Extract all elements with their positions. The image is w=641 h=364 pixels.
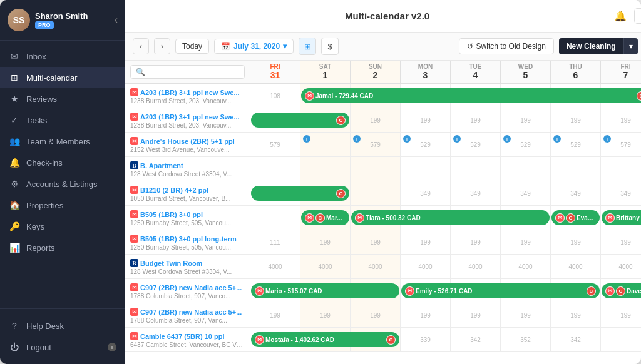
cell-value: 529: [520, 141, 531, 148]
sidebar-item-logout[interactable]: ⏻ Logout i: [0, 336, 125, 358]
cal-cell: 342: [451, 328, 501, 351]
sidebar-item-checkins[interactable]: 🔔 Check-ins: [0, 152, 125, 173]
booking-bar[interactable]: C: [251, 113, 349, 128]
day-name: MON: [402, 63, 449, 70]
prev-button[interactable]: ‹: [133, 38, 149, 54]
cal-cell: 529i: [451, 133, 501, 156]
notification-bell-icon[interactable]: 🔔: [614, 10, 627, 22]
property-address: 2152 West 3rd Avenue, Vancouve...: [130, 146, 245, 153]
booking-bar[interactable]: ⋈Mario - 515.07 CAD: [251, 283, 399, 298]
cal-cell: 349: [401, 181, 451, 205]
day-header-4: TUE4: [451, 61, 501, 83]
cell-value: 199: [520, 312, 531, 319]
today-button[interactable]: Today: [175, 39, 209, 54]
day-num: 6: [552, 70, 599, 80]
property-name[interactable]: A203 (1BR) 3+1 ppl new Swe...: [140, 89, 240, 96]
topbar-actions: 🔔 ⊞ Calendar: [614, 8, 641, 24]
sidebar-item-reviews[interactable]: ★ Reviews: [0, 88, 125, 109]
property-name[interactable]: Budget Twin Room: [140, 260, 202, 267]
sidebar-item-accounts[interactable]: ⚙ Accounts & Listings: [0, 173, 125, 195]
power-icon: ⏻: [9, 342, 20, 352]
key-icon: 🔑: [9, 221, 20, 231]
property-name[interactable]: Cambie 6437 (5BR) 10 ppl: [140, 333, 225, 340]
day-num: 4: [452, 70, 499, 80]
booking-label: Tiara - 500.32 CAD: [366, 215, 421, 221]
calendar-view-toggle[interactable]: ⊞: [299, 38, 316, 55]
property-name[interactable]: B505 (1BR) 3+0 ppl long-term: [140, 235, 237, 243]
booking-bar[interactable]: ⋈CDave...: [602, 283, 641, 298]
sidebar-item-keys[interactable]: 🔑 Keys: [0, 216, 125, 237]
property-label: ⋈B505 (1BR) 3+0 ppl1250 Burnaby Street, …: [125, 206, 250, 230]
cell-value: 199: [520, 117, 531, 124]
refresh-icon: ↺: [467, 42, 473, 51]
cell-value: 529: [470, 141, 481, 148]
sidebar-item-helpdesk[interactable]: ? Help Desk: [0, 315, 125, 336]
sidebar-item-label: Reports: [26, 243, 55, 253]
avatar: SS: [8, 9, 30, 31]
cal-cell: 349: [451, 181, 501, 205]
table-row: ⋈B1210 (2 BR) 4+2 ppl1050 Burrard Street…: [125, 181, 641, 206]
sidebar-item-properties[interactable]: 🏠 Properties: [0, 195, 125, 216]
airbnb-badge: ⋈: [305, 91, 314, 101]
booking-label: Brittany - 389.46: [616, 215, 641, 221]
sidebar-item-reports[interactable]: 📊 Reports: [0, 237, 125, 258]
booking-bar[interactable]: ⋈CEvan ...: [551, 210, 600, 225]
switch-design-button[interactable]: ↺ Switch to Old Design: [459, 38, 554, 54]
cal-cell: 199: [300, 230, 351, 254]
c-badge: C: [566, 213, 575, 223]
search-label-cell: [125, 61, 250, 83]
cal-cell: 4000: [601, 255, 641, 278]
cal-cell: 111: [250, 230, 300, 254]
new-cleaning-button[interactable]: New Cleaning: [559, 38, 623, 54]
booking-bar[interactable]: ⋈Mostafa - 1,402.62 CADC: [251, 332, 399, 347]
currency-toggle[interactable]: $: [321, 38, 339, 55]
c-badge: C: [386, 335, 396, 345]
cells-area: 349349349349349349C: [250, 181, 641, 205]
property-address: 1250 Burnaby Street, 505, Vancou...: [130, 244, 245, 251]
collapse-button[interactable]: ‹: [115, 14, 118, 26]
cal-cell: 199: [401, 108, 451, 132]
day-num: 31: [252, 70, 299, 80]
booking-bar[interactable]: ⋈Emily - 526.71 CADC: [401, 283, 600, 298]
cell-value: 199: [520, 239, 531, 246]
property-name[interactable]: B505 (1BR) 3+0 ppl: [140, 211, 203, 218]
cell-value: 4000: [268, 263, 282, 270]
booking-bar[interactable]: ⋈Jamal - 729.44 CADC: [301, 88, 641, 103]
booking-bar[interactable]: ⋈CMar...: [301, 210, 349, 225]
table-row: ⋈B505 (1BR) 3+0 ppl1250 Burnaby Street, …: [125, 206, 641, 230]
cell-value: 199: [420, 117, 431, 124]
grid-icon: ⊞: [304, 42, 311, 51]
calendar-header-row: FRI31SAT1SUN2MON3TUE4WED5THU6FRI7SAT8: [125, 61, 641, 84]
cal-cell: [551, 157, 601, 181]
airbnb-badge: ⋈: [555, 213, 565, 223]
booking-bar[interactable]: ⋈Tiara - 500.32 CAD: [351, 210, 550, 225]
property-address: 128 West Cordova Street #3304, V...: [130, 171, 245, 178]
gear-icon: ⚙: [9, 179, 20, 189]
cells-area: ⋈Mario - 515.07 CAD⋈Emily - 526.71 CADC⋈…: [250, 279, 641, 303]
property-name[interactable]: C907 (2BR) new Nadia acc 5+...: [140, 308, 242, 316]
cells-area: 108⋈Jamal - 729.44 CADC: [250, 84, 641, 108]
search-input[interactable]: [130, 65, 245, 79]
property-label: ⋈B1210 (2 BR) 4+2 ppl1050 Burrard Street…: [125, 181, 250, 205]
property-name[interactable]: C907 (2BR) new Nadia acc 5+...: [140, 284, 242, 291]
property-name[interactable]: B. Apartment: [140, 162, 183, 169]
booking-bar[interactable]: ⋈Brittany - 389.46: [602, 210, 641, 225]
cal-cell: 4000: [401, 255, 451, 278]
sidebar-item-multi-calendar[interactable]: ⊞ Multi-calendar: [0, 67, 125, 88]
property-name[interactable]: B1210 (2 BR) 4+2 ppl: [140, 186, 208, 194]
property-name[interactable]: Andre's House (2BR) 5+1 ppl: [140, 138, 235, 145]
new-cleaning-dropdown[interactable]: ▾: [623, 38, 638, 54]
property-name[interactable]: A203 (1BR) 3+1 ppl new Swe...: [140, 113, 240, 121]
topbar: Multi-calendar v2.0 🔔 ⊞ Calendar: [125, 0, 641, 33]
sidebar-item-tasks[interactable]: ✓ Tasks: [0, 109, 125, 131]
sidebar-item-team[interactable]: 👥 Team & Members: [0, 131, 125, 152]
cal-cell: 199: [451, 108, 501, 132]
calendar-view-button[interactable]: ⊞ Calendar: [634, 8, 641, 24]
cal-cell: 4000: [300, 255, 351, 278]
date-picker[interactable]: 📅 July 31, 2020 ▾: [214, 39, 294, 54]
airbnb-icon: ⋈: [130, 308, 138, 316]
booking-bar[interactable]: C: [251, 186, 349, 201]
sidebar-item-inbox[interactable]: ✉ Inbox: [0, 46, 125, 67]
c-badge: C: [616, 286, 625, 296]
next-button[interactable]: ›: [154, 38, 170, 54]
